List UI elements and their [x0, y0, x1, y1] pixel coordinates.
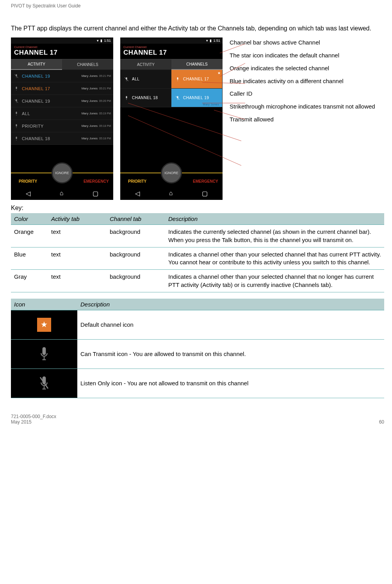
cell: Default channel icon	[77, 310, 384, 339]
emergency-button[interactable]: EMERGENCY	[189, 169, 223, 186]
tab-activity[interactable]: ACTIVITY	[11, 59, 62, 70]
table-row: Can Transmit icon - You are allowed to t…	[11, 339, 384, 369]
list-item[interactable]: ALLMary Jones05:19 PM	[11, 107, 113, 120]
callout-text: The star icon indicates the default chan…	[230, 52, 384, 59]
channel-tile[interactable]: ALL	[120, 70, 171, 89]
list-item[interactable]: CHANNEL 18Mary Jones05:18 PM	[11, 132, 113, 145]
battery-icon: ▮	[210, 39, 212, 43]
tab-activity[interactable]: ACTIVITY	[120, 59, 171, 70]
home-icon[interactable]: ⌂	[169, 190, 173, 197]
intro-text: The PTT app displays the current channel…	[11, 24, 384, 33]
th-activity: Activity tab	[48, 213, 107, 225]
priority-button[interactable]: PRIORITY	[120, 169, 154, 186]
battery-icon: ▮	[100, 39, 102, 43]
list-item-time: 05:21 PM	[99, 87, 111, 90]
mic-mute-icon	[39, 376, 50, 391]
status-time: 1:51	[104, 39, 111, 43]
table-row: Listen Only icon - You are not allowed t…	[11, 369, 384, 398]
callout-text: Channel bar shows active Channel	[230, 39, 384, 46]
callout-text: Blue indicates activity on a different c…	[230, 78, 384, 85]
table-row: ★ Default channel icon	[11, 310, 384, 339]
channel-tile-selected[interactable]: CHANNEL 17★	[171, 70, 223, 89]
mic-icon	[13, 110, 20, 117]
cell: background	[107, 225, 165, 247]
cell: text	[48, 225, 107, 247]
tile-name: CHANNEL 18	[132, 96, 158, 100]
list-item[interactable]: CHANNEL 19Mary Jones05:20 PM	[11, 95, 113, 107]
mic-mute-icon	[175, 95, 181, 101]
list-item-caller: Mary Jones	[82, 137, 98, 140]
channel-tile-active[interactable]: CHANNEL 19Mary Jones	[171, 89, 223, 107]
wifi-icon: ▾	[206, 39, 208, 43]
cell: background	[107, 270, 165, 292]
mic-mute-icon	[13, 73, 20, 79]
back-icon[interactable]: ◁	[135, 190, 140, 197]
doc-header: PIVOT by Spectralink User Guide	[11, 3, 384, 9]
tile-name: CHANNEL 17	[183, 77, 209, 81]
listen-only-icon	[11, 369, 77, 398]
footer-docname: 721-0005-000_F.docx	[11, 414, 56, 419]
key-heading: Key:	[11, 205, 384, 212]
list-item-name: CHANNEL 19	[22, 74, 82, 78]
current-channel-label: Current Channel:	[123, 45, 219, 49]
page-number: 60	[379, 419, 384, 425]
default-channel-icon: ★	[11, 310, 77, 339]
channel-grid: ALL CHANNEL 17★ CHANNEL 18 CHANNEL 19Mar…	[120, 70, 223, 107]
list-item-name: CHANNEL 17	[22, 86, 82, 91]
list-item-time: 05:19 PM	[99, 112, 111, 115]
th-icon: Icon	[11, 299, 77, 310]
current-channel-name: CHANNEL 17	[123, 49, 219, 57]
th-channel: Channel tab	[107, 213, 165, 225]
star-icon: ★	[217, 71, 221, 75]
ignore-button[interactable]: IGNORE	[161, 162, 182, 183]
list-item-name: CHANNEL 19	[22, 99, 82, 103]
color-key-table: Color Activity tab Channel tab Descripti…	[11, 213, 384, 292]
list-item-time: 05:21 PM	[99, 75, 111, 77]
tab-channels[interactable]: CHANNELS	[171, 59, 223, 70]
back-icon[interactable]: ◁	[26, 190, 30, 197]
emergency-button[interactable]: EMERGENCY	[79, 169, 113, 186]
th-color: Color	[11, 213, 48, 225]
cell: text	[48, 247, 107, 270]
mic-mute-icon	[123, 76, 130, 82]
th-desc: Description	[77, 299, 384, 310]
figure-row: ▾ ▮ 1:51 Current Channel: CHANNEL 17 ACT…	[11, 37, 384, 200]
list-item-time: 05:20 PM	[99, 100, 111, 102]
cell: Blue	[11, 247, 48, 270]
tab-channels[interactable]: CHANNELS	[62, 59, 113, 70]
recents-icon[interactable]: ▢	[202, 190, 208, 197]
mic-mute-icon	[13, 98, 20, 104]
callout-column: Channel bar shows active Channel The sta…	[230, 37, 384, 200]
list-item-time: 05:18 PM	[99, 125, 111, 127]
tile-caller: Mary Jones	[203, 103, 219, 106]
mic-icon	[13, 85, 20, 92]
star-icon: ★	[37, 318, 51, 332]
mic-icon	[175, 76, 181, 82]
list-item-caller: Mary Jones	[82, 74, 98, 78]
android-navbar: ◁ ⌂ ▢	[11, 187, 113, 200]
android-navbar: ◁ ⌂ ▢	[120, 187, 223, 200]
list-item-name: ALL	[22, 111, 82, 116]
home-icon[interactable]: ⌂	[60, 190, 64, 197]
list-item-caller: Mary Jones	[82, 124, 98, 128]
th-desc: Description	[165, 213, 384, 225]
current-channel-name: CHANNEL 17	[14, 49, 110, 57]
table-row: Blue text background Indicates a channel…	[11, 247, 384, 270]
list-item-caller: Mary Jones	[82, 87, 98, 90]
mic-icon	[123, 95, 130, 101]
table-row: Orange text background Indicates the cur…	[11, 225, 384, 247]
ignore-button[interactable]: IGNORE	[52, 162, 73, 183]
table-row: Gray text background Indicates a channel…	[11, 270, 384, 292]
channel-tile[interactable]: CHANNEL 18	[120, 89, 171, 107]
cell: Can Transmit icon - You are allowed to t…	[77, 339, 384, 369]
page-footer: 721-0005-000_F.docx May 2015 60	[11, 414, 384, 425]
list-item[interactable]: PRIORITYMary Jones05:18 PM	[11, 120, 113, 132]
priority-button[interactable]: PRIORITY	[11, 169, 45, 186]
cell: Gray	[11, 270, 48, 292]
tab-bar: ACTIVITY CHANNELS	[11, 59, 113, 70]
phone-channels-screenshot: ▾ ▮ 1:51 Current Channel: CHANNEL 17 ACT…	[120, 37, 223, 200]
list-item[interactable]: CHANNEL 19Mary Jones05:21 PM	[11, 70, 113, 82]
list-item[interactable]: CHANNEL 17Mary Jones05:21 PM	[11, 82, 113, 95]
recents-icon[interactable]: ▢	[93, 190, 98, 197]
callout-text: Transmit allowed	[230, 116, 384, 123]
